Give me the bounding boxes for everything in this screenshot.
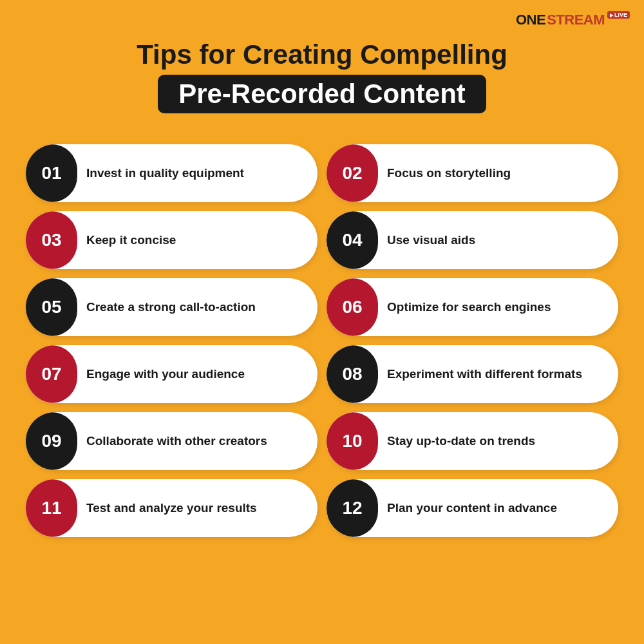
tip-card-12: 12Plan your content in advance	[327, 479, 618, 537]
tip-card-07: 07Engage with your audience	[26, 345, 317, 403]
tip-text-02: Focus on storytelling	[378, 158, 521, 189]
tip-number-09: 09	[26, 412, 77, 470]
tip-card-08: 08Experiment with different formats	[327, 345, 618, 403]
tip-number-04: 04	[327, 211, 378, 269]
logo-one: ONE	[516, 12, 545, 28]
tip-card-11: 11Test and analyze your results	[26, 479, 317, 537]
header-line1: Tips for Creating Compelling	[0, 39, 644, 71]
tip-number-10: 10	[327, 412, 378, 470]
tip-number-11: 11	[26, 479, 77, 537]
tip-number-03: 03	[26, 211, 77, 269]
tip-text-03: Keep it concise	[77, 225, 186, 256]
tip-card-02: 02Focus on storytelling	[327, 144, 618, 202]
tip-text-07: Engage with your audience	[77, 359, 255, 390]
tip-card-01: 01Invest in quality equipment	[26, 144, 317, 202]
tip-number-08: 08	[327, 345, 378, 403]
tip-text-08: Experiment with different formats	[378, 359, 592, 390]
tip-text-05: Create a strong call-to-action	[77, 292, 266, 323]
tip-text-09: Collaborate with other creators	[77, 426, 278, 457]
tip-card-04: 04Use visual aids	[327, 211, 618, 269]
tip-text-12: Plan your content in advance	[378, 493, 567, 524]
tip-text-01: Invest in quality equipment	[77, 158, 254, 189]
tip-card-05: 05Create a strong call-to-action	[26, 278, 317, 336]
tip-text-10: Stay up-to-date on trends	[378, 426, 545, 457]
tip-card-06: 06Optimize for search engines	[327, 278, 618, 336]
logo: ONE STREAM LIVE	[516, 12, 630, 28]
tip-card-10: 10Stay up-to-date on trends	[327, 412, 618, 470]
logo-stream: STREAM	[547, 12, 605, 28]
tip-text-04: Use visual aids	[378, 225, 486, 256]
tip-number-02: 02	[327, 144, 378, 202]
tip-text-06: Optimize for search engines	[378, 292, 561, 323]
tip-card-03: 03Keep it concise	[26, 211, 317, 269]
tip-number-05: 05	[26, 278, 77, 336]
tip-number-12: 12	[327, 479, 378, 537]
logo-live-badge: LIVE	[607, 11, 630, 19]
tip-number-01: 01	[26, 144, 77, 202]
tip-number-07: 07	[26, 345, 77, 403]
tips-grid: 01Invest in quality equipment02Focus on …	[0, 126, 644, 550]
tip-number-06: 06	[327, 278, 378, 336]
header-badge: Pre-Recorded Content	[158, 75, 486, 113]
tip-text-11: Test and analyze your results	[77, 493, 267, 524]
tip-card-09: 09Collaborate with other creators	[26, 412, 317, 470]
